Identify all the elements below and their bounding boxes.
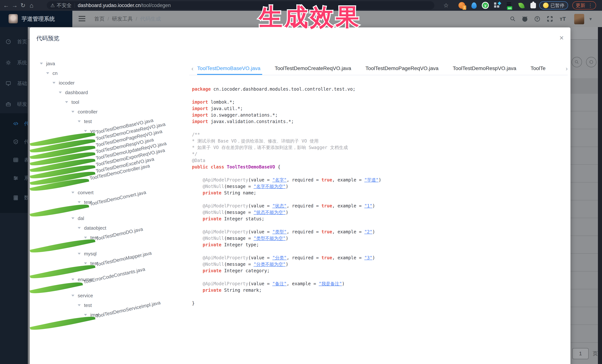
close-icon[interactable]: × — [558, 34, 566, 42]
tree-caret-icon[interactable] — [71, 295, 74, 298]
sidebar-subitem-3[interactable]: 系 — [0, 173, 28, 183]
github-icon[interactable] — [522, 11, 528, 27]
table-icon — [13, 157, 19, 163]
search-icon[interactable] — [510, 11, 516, 27]
code-line — [192, 93, 567, 99]
code-line: package cn.iocoder.dashboard.modules.too… — [192, 86, 567, 93]
tree-caret-icon[interactable] — [71, 218, 74, 221]
extension-puzzle-icon[interactable] — [530, 2, 536, 8]
extension-orange-icon[interactable]: 1 — [458, 2, 465, 9]
tree-node[interactable]: convert — [30, 188, 189, 198]
chevron-down-icon[interactable]: ▾ — [589, 11, 592, 27]
tree-node[interactable]: iocoder — [30, 78, 189, 88]
warning-icon: ⚠ — [50, 3, 55, 8]
extension-leaf-icon[interactable] — [519, 2, 524, 9]
address-divider — [75, 3, 75, 8]
kebab-menu-icon[interactable]: ⋮ — [588, 3, 593, 8]
tree-caret-icon[interactable] — [78, 201, 81, 205]
code-line: import javax.validation.constraints.*; — [192, 118, 567, 125]
breadcrumb-item[interactable]: 首页 — [94, 16, 105, 22]
table-refresh-button[interactable] — [586, 57, 596, 67]
file-tabs: ToolTestDemoBaseVO.javaToolTestDemoCreat… — [197, 63, 560, 75]
file-tab-1[interactable]: ToolTestDemoCreateReqVO.java — [275, 63, 351, 75]
tree-node[interactable]: java — [30, 59, 189, 68]
tree-caret-icon[interactable] — [78, 253, 81, 256]
code-line: private Integer status; — [192, 216, 567, 222]
extension-on-icon[interactable]: on — [507, 2, 513, 9]
chrome-update-button[interactable]: 更新 ⋮ — [572, 1, 596, 10]
table-search-button[interactable] — [572, 57, 582, 67]
profile-paused-pill[interactable]: 已暂停 — [539, 1, 568, 10]
breadcrumb-separator: / — [108, 16, 109, 22]
back-icon[interactable]: ← — [2, 0, 11, 11]
sidebar-subitem-4[interactable]: 数 — [0, 193, 28, 203]
tree-node[interactable]: cn — [30, 68, 189, 78]
sidebar-item-label: 基础 — [17, 80, 27, 87]
font-size-icon[interactable]: ᴛT — [560, 11, 566, 27]
avatar[interactable] — [574, 14, 584, 24]
shield-icon — [13, 139, 19, 145]
tree-node[interactable]: test — [30, 301, 189, 310]
home-icon[interactable]: ⌂ — [27, 0, 36, 11]
extension-drop-icon[interactable] — [472, 2, 477, 9]
sidebar-subitem-label: 代 — [24, 138, 28, 145]
tree-node-label: tool — [71, 99, 79, 105]
help-icon[interactable]: ? — [534, 11, 540, 27]
page-number-input[interactable] — [572, 348, 589, 359]
sidebar-subitem-1[interactable]: 代 — [0, 137, 28, 147]
tree-node[interactable]: dal — [30, 214, 189, 223]
extension-grid-icon[interactable] — [494, 2, 501, 9]
breadcrumb-separator: / — [136, 16, 137, 22]
sidebar-item-1[interactable]: 系统 — [0, 58, 28, 68]
breadcrumb-item: 代码生成 — [140, 16, 161, 22]
code-line: private String remark; — [192, 287, 567, 294]
update-label: 更新 — [576, 2, 585, 9]
sidebar-item-3[interactable]: 研发 — [0, 99, 28, 109]
tree-node[interactable]: tool — [30, 97, 189, 107]
sidebar-subitem-2[interactable]: 表 — [0, 155, 28, 165]
tree-caret-icon[interactable] — [71, 192, 74, 195]
sidebar-collapse-icon[interactable] — [79, 16, 85, 22]
tabs-scroll-left-icon[interactable]: ‹ — [191, 65, 194, 72]
code-line — [192, 274, 567, 281]
tree-caret-icon[interactable] — [59, 92, 62, 95]
code-line: } — [192, 300, 567, 307]
fullscreen-icon[interactable] — [547, 11, 553, 27]
tree-caret-icon[interactable] — [46, 72, 49, 76]
address-bar[interactable]: ⚠ 不安全 dashboard.yudao.iocoder.cn/tool/co… — [47, 1, 434, 10]
code-line: @ApiModelProperty(value = "状态", required… — [192, 203, 567, 209]
tree-node-label: convert — [78, 190, 94, 196]
tree-caret-icon[interactable] — [78, 227, 81, 230]
tree-caret-icon[interactable] — [71, 279, 74, 282]
forward-icon[interactable]: → — [11, 0, 19, 11]
tree-caret-icon[interactable] — [40, 63, 43, 66]
tree-node[interactable]: dashboard — [30, 88, 189, 97]
sidebar-subitem-0[interactable]: 代 — [0, 119, 28, 129]
sidebar-item-home[interactable]: 首页 — [0, 37, 28, 47]
code-line — [192, 125, 567, 131]
file-tab-3[interactable]: ToolTestDemoRespVO.java — [453, 63, 516, 75]
tree-caret-icon[interactable] — [65, 101, 68, 104]
tree-caret-icon[interactable] — [78, 304, 81, 308]
file-tab-4[interactable]: ToolTe — [531, 63, 546, 75]
tree-caret-icon[interactable] — [78, 120, 81, 124]
tree-caret-icon[interactable] — [71, 111, 74, 114]
sidebar-item-2[interactable]: 基础 — [0, 78, 28, 88]
file-tab-2[interactable]: ToolTestDemoPageReqVO.java — [366, 63, 439, 75]
reload-icon[interactable]: ↻ — [19, 0, 27, 11]
app-logo — [9, 14, 18, 23]
tree-node[interactable]: service — [30, 291, 189, 301]
tree-node[interactable]: mysql — [30, 249, 189, 259]
tree-node[interactable]: dataobject — [30, 223, 189, 233]
tree-node[interactable]: controller — [30, 107, 189, 117]
file-tab-0[interactable]: ToolTestDemoBaseVO.java — [197, 63, 260, 75]
tree-node-label: dashboard — [65, 90, 88, 95]
app-logo-block[interactable]: 芋道管理系统 — [0, 11, 72, 27]
tabs-scroll-right-icon[interactable]: › — [566, 65, 568, 72]
right-dark-strip — [598, 27, 602, 364]
breadcrumb-item[interactable]: 研发工具 — [112, 16, 133, 22]
bookmark-star-icon[interactable]: ☆ — [442, 0, 450, 11]
url-host: dashboard.yudao.iocoder.cn — [78, 3, 140, 8]
extension-y-icon[interactable]: y — [482, 2, 489, 9]
tree-caret-icon[interactable] — [53, 82, 55, 85]
